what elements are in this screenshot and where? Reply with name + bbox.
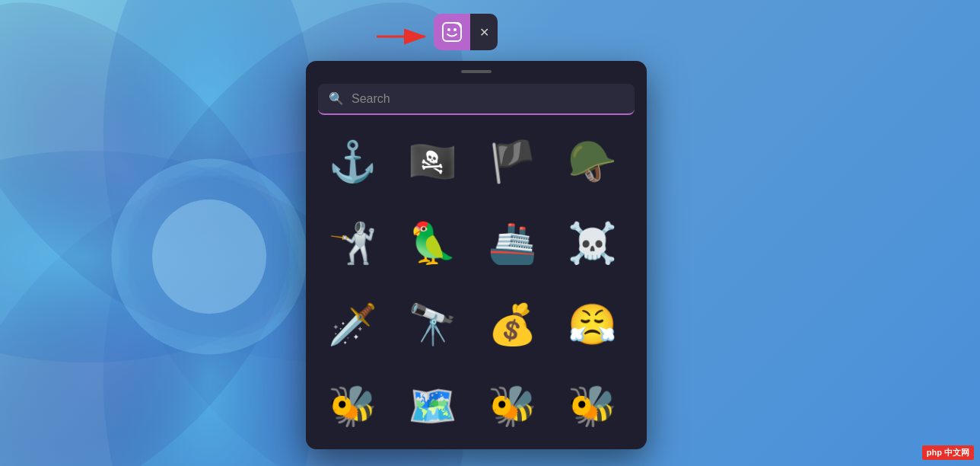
- sticker-bee-2[interactable]: 🐝: [478, 372, 546, 440]
- svg-point-13: [447, 28, 450, 31]
- svg-rect-12: [443, 23, 461, 41]
- sticker-treasure-chest[interactable]: 💰: [478, 290, 546, 359]
- drag-handle[interactable]: [461, 70, 492, 73]
- search-icon: 🔍: [329, 91, 344, 106]
- sticker-panel: 🔍 ⚓🏴‍☠️🏴🪖🤺🦜🚢☠️🗡️🔭💰😤🐝🗺️🐝🐝: [306, 61, 647, 449]
- search-bar[interactable]: 🔍: [318, 84, 635, 115]
- sticker-pirate-person[interactable]: 🏴‍☠️: [398, 127, 466, 196]
- sticker-pirate-ship[interactable]: 🚢: [478, 209, 546, 277]
- svg-point-9: [152, 199, 266, 314]
- watermark: php 中文网: [922, 445, 974, 460]
- sticker-pirate-hat[interactable]: 🪖: [558, 127, 626, 196]
- sticker-telescope[interactable]: 🔭: [398, 290, 466, 359]
- sticker-pirate-flag[interactable]: 🏴: [478, 127, 546, 196]
- sticker-anchor[interactable]: ⚓: [318, 127, 387, 196]
- search-input[interactable]: [352, 92, 624, 106]
- sticker-map[interactable]: 🗺️: [398, 372, 466, 440]
- sticker-dagger[interactable]: 🗡️: [318, 290, 387, 359]
- sticker-grid: ⚓🏴‍☠️🏴🪖🤺🦜🚢☠️🗡️🔭💰😤🐝🗺️🐝🐝: [318, 127, 635, 447]
- toolbar-area: ✕: [434, 14, 498, 50]
- sticker-button[interactable]: [434, 14, 470, 50]
- sticker-skull-crossbones[interactable]: ☠️: [558, 209, 626, 277]
- close-icon: ✕: [479, 25, 489, 40]
- sticker-icon: [441, 21, 463, 43]
- sticker-bee-1[interactable]: 🐝: [318, 372, 387, 440]
- sticker-bee-3[interactable]: 🐝: [558, 372, 626, 440]
- sticker-parrot[interactable]: 🦜: [398, 209, 466, 277]
- close-button[interactable]: ✕: [470, 14, 498, 50]
- sticker-skeleton-swordsman[interactable]: 🤺: [318, 209, 387, 277]
- svg-point-14: [453, 28, 457, 31]
- sticker-fire-face[interactable]: 😤: [558, 290, 626, 359]
- arrow-svg: [373, 21, 434, 52]
- arrow-indicator: [373, 21, 434, 52]
